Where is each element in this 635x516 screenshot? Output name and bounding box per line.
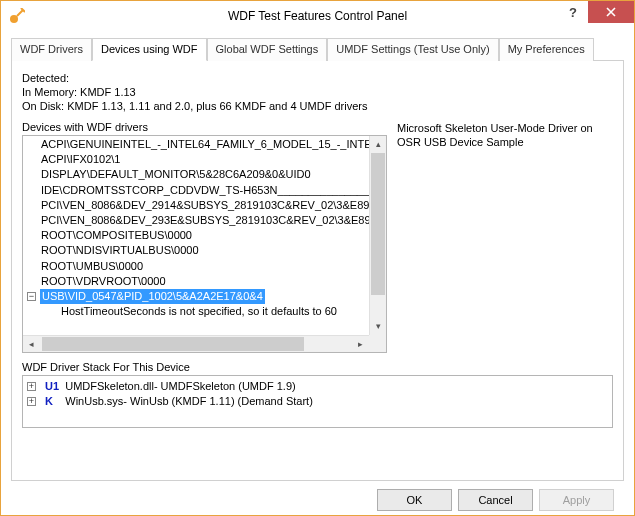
expand-icon[interactable]: + [27, 382, 36, 391]
device-tree[interactable]: ACPI\GENUINEINTEL_-_INTEL64_FAMILY_6_MOD… [22, 135, 387, 353]
ok-button[interactable]: OK [377, 489, 452, 511]
stack-item[interactable]: + K WinUsb.sys- WinUsb (KMDF 1.11) (Dema… [27, 394, 608, 409]
tab-panel: Detected: In Memory: KMDF 1.13 On Disk: … [11, 61, 624, 481]
tab-row: WDF Drivers Devices using WDF Global WDF… [11, 37, 624, 61]
tab-my-preferences[interactable]: My Preferences [499, 38, 594, 61]
app-icon [9, 8, 25, 24]
tab-umdf-settings[interactable]: UMDF Settings (Test Use Only) [327, 38, 498, 61]
device-info-text: Microsoft Skeleton User-Mode Driver on O… [397, 121, 613, 353]
tree-item-selected[interactable]: −USB\VID_0547&PID_1002\5&A2A2E17&0&4 [23, 289, 369, 304]
dialog-buttons: OK Cancel Apply [11, 481, 624, 511]
tree-item[interactable]: ROOT\COMPOSITEBUS\0000 [23, 228, 369, 243]
tree-body[interactable]: ACPI\GENUINEINTEL_-_INTEL64_FAMILY_6_MOD… [23, 136, 369, 335]
driver-stack-list[interactable]: + U1 UMDFSkeleton.dll- UMDFSkeleton (UMD… [22, 375, 613, 428]
title-bar: WDF Test Features Control Panel ? [1, 1, 634, 31]
detected-block: Detected: In Memory: KMDF 1.13 On Disk: … [22, 71, 613, 113]
scroll-up-icon[interactable]: ▴ [370, 136, 386, 153]
tree-item[interactable]: ACPI\IFX0102\1 [23, 152, 369, 167]
tree-item[interactable]: ACPI\GENUINEINTEL_-_INTEL64_FAMILY_6_MOD… [23, 137, 369, 152]
window-title: WDF Test Features Control Panel [1, 9, 634, 23]
detected-line: In Memory: KMDF 1.13 [22, 85, 613, 99]
svg-point-0 [10, 15, 18, 23]
scroll-down-icon[interactable]: ▾ [370, 318, 386, 335]
tree-item[interactable]: DISPLAY\DEFAULT_MONITOR\5&28C6A209&0&UID… [23, 167, 369, 182]
tree-item[interactable]: ROOT\VDRVROOT\0000 [23, 274, 369, 289]
tree-item[interactable]: PCI\VEN_8086&DEV_293E&SUBSYS_2819103C&RE… [23, 213, 369, 228]
stack-tag: K [45, 395, 53, 407]
detected-line: On Disk: KMDF 1.13, 1.11 and 2.0, plus 6… [22, 99, 613, 113]
stack-label: WDF Driver Stack For This Device [22, 361, 613, 373]
devices-label: Devices with WDF drivers [22, 121, 387, 133]
horizontal-scrollbar[interactable]: ◂ ▸ [23, 335, 369, 352]
cancel-button[interactable]: Cancel [458, 489, 533, 511]
tree-item[interactable]: ROOT\UMBUS\0000 [23, 259, 369, 274]
tab-devices-using-wdf[interactable]: Devices using WDF [92, 38, 207, 61]
collapse-icon[interactable]: − [27, 292, 36, 301]
scroll-left-icon[interactable]: ◂ [23, 339, 40, 349]
tree-item[interactable]: IDE\CDROMTSSTCORP_CDDVDW_TS-H653N_______… [23, 183, 369, 198]
apply-button[interactable]: Apply [539, 489, 614, 511]
stack-text: UMDFSkeleton.dll- UMDFSkeleton (UMDF 1.9… [65, 380, 295, 392]
stack-item[interactable]: + U1 UMDFSkeleton.dll- UMDFSkeleton (UMD… [27, 379, 608, 394]
scroll-right-icon[interactable]: ▸ [352, 339, 369, 349]
scroll-thumb[interactable] [371, 153, 385, 295]
tab-wdf-drivers[interactable]: WDF Drivers [11, 38, 92, 61]
stack-tag: U1 [45, 380, 59, 392]
scroll-thumb[interactable] [42, 337, 304, 351]
stack-text: WinUsb.sys- WinUsb (KMDF 1.11) (Demand S… [65, 395, 313, 407]
expand-icon[interactable]: + [27, 397, 36, 406]
scroll-corner [369, 335, 386, 352]
detected-line: Detected: [22, 71, 613, 85]
tab-global-wdf-settings[interactable]: Global WDF Settings [207, 38, 328, 61]
close-button[interactable] [588, 1, 634, 23]
tree-item-child[interactable]: HostTimeoutSeconds is not specified, so … [23, 304, 369, 319]
vertical-scrollbar[interactable]: ▴ ▾ [369, 136, 386, 335]
help-button[interactable]: ? [558, 1, 588, 23]
tree-item[interactable]: ROOT\NDISVIRTUALBUS\0000 [23, 243, 369, 258]
tree-item[interactable]: PCI\VEN_8086&DEV_2914&SUBSYS_2819103C&RE… [23, 198, 369, 213]
